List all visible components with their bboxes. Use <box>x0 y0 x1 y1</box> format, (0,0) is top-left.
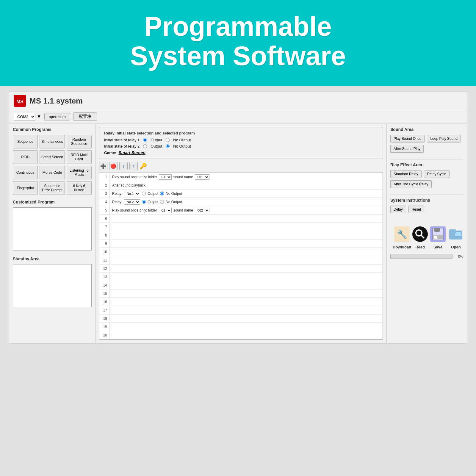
relay-num-select[interactable]: No.1 <box>124 191 140 196</box>
config-block-button[interactable]: 配置块 <box>73 112 97 121</box>
row-content <box>110 242 383 245</box>
app-title-bar: MS 1.1 system <box>29 96 83 106</box>
play-sound-once-button[interactable]: Play Sound Once <box>390 135 425 143</box>
relay-effect-section: Rlay Effect Area Standard Relay Relay Cy… <box>390 162 463 189</box>
relay-cycle-button[interactable]: Relay Cycle <box>424 170 450 178</box>
relay-output-radio[interactable] <box>142 200 146 204</box>
btn-morse-code[interactable]: Morse Code <box>40 166 65 179</box>
btn-simultaneous[interactable]: Simultaneous <box>40 135 65 148</box>
btn-listening-to-music[interactable]: Listening To Music <box>67 166 92 179</box>
read-label: Read <box>415 245 425 249</box>
app-logo: MS <box>14 95 26 107</box>
table-row: 2After sound playback <box>99 181 383 190</box>
relay1-no-output-radio[interactable] <box>166 138 170 142</box>
standby-area-textarea[interactable] <box>13 264 92 307</box>
delay-button[interactable]: Delay <box>390 206 406 213</box>
bottom-action-buttons: 🔧 Download Read <box>390 220 463 252</box>
btn-rfid[interactable]: RFID <box>13 150 38 164</box>
app-window: MS MS 1.1 system COM3 COM1 COM2 COM4 ▼ o… <box>9 92 467 344</box>
relay-num-select[interactable]: No.2 <box>124 199 140 205</box>
relay2-output-radio[interactable] <box>143 144 147 148</box>
svg-rect-4 <box>412 226 428 242</box>
relay-effect-title: Rlay Effect Area <box>390 162 463 167</box>
btn-6key-6button[interactable]: 6 Key 6 Button <box>67 181 92 195</box>
btn-continuous[interactable]: Continuous <box>13 166 38 179</box>
row-number: 15 <box>99 289 110 298</box>
relay-no-output-radio[interactable] <box>160 192 164 195</box>
read-button[interactable]: Read <box>411 225 429 249</box>
relay-output-radio[interactable] <box>142 192 146 195</box>
row-number: 11 <box>99 256 110 264</box>
relay2-label: Initial state of relay 2 <box>104 144 140 148</box>
row-number: 6 <box>99 214 110 223</box>
open-com-button[interactable]: open com <box>44 113 70 120</box>
add-row-button[interactable]: ➕ <box>99 162 107 170</box>
save-label: Save <box>433 245 442 249</box>
row-number: 10 <box>99 248 110 256</box>
loop-play-sound-button[interactable]: Loop Play Sound <box>427 135 461 143</box>
row-content <box>110 226 383 228</box>
row-content <box>110 276 383 278</box>
move-down-button[interactable]: ↓ <box>119 162 128 170</box>
row-content <box>110 267 383 270</box>
table-row: 6 <box>99 214 383 223</box>
sound-name-label: sound name <box>173 175 193 179</box>
after-sound-play-button[interactable]: After Sound Play <box>390 145 424 153</box>
btn-sequence-error-prompt[interactable]: Sequence Error Prompt <box>40 181 65 195</box>
relay2-no-output-radio[interactable] <box>166 144 170 148</box>
com-port-dropdown[interactable]: COM3 COM1 COM2 COM4 <box>14 113 35 120</box>
relay2-no-output-label: No Output <box>173 144 191 148</box>
action-row: ➕ 🔴 ↓ ↑ 🔑 <box>99 162 383 170</box>
download-button[interactable]: 🔧 Download <box>393 225 411 249</box>
sound-row-label: Play sound once only: folder <box>112 175 157 179</box>
program-table: 1 Play sound once only: folder 01 sound … <box>99 173 383 340</box>
sound-select[interactable]: 002 <box>195 208 209 213</box>
table-row: 20 <box>99 331 383 339</box>
customized-program-title: Customized Program <box>13 200 92 204</box>
relay-output-label: Output <box>148 200 158 204</box>
move-up-button[interactable]: ↑ <box>129 162 138 170</box>
open-button[interactable]: Open <box>447 225 465 249</box>
row-number: 2 <box>99 181 110 189</box>
folder-select[interactable]: 01 <box>159 208 172 213</box>
row-content <box>110 334 383 336</box>
row-number: 19 <box>99 323 110 331</box>
table-row: 11 <box>99 256 383 264</box>
btn-rfid-multi-card[interactable]: RFID Multi Card <box>67 150 92 164</box>
btn-smart-screen[interactable]: Smart Screen <box>40 150 65 164</box>
sound-area-section: Sound Area Play Sound Once Loop Play Sou… <box>390 127 463 154</box>
customized-program-textarea[interactable] <box>13 207 92 250</box>
table-row: 8 <box>99 231 383 239</box>
row-number: 9 <box>99 239 110 248</box>
relay-label: Relay: <box>112 200 122 204</box>
svg-rect-13 <box>449 229 456 232</box>
btn-sequence[interactable]: Sequence <box>13 135 38 148</box>
row-number: 16 <box>99 298 110 306</box>
after-cycle-relay-button[interactable]: After The Cycle Relay <box>390 180 432 188</box>
row-content <box>110 292 383 295</box>
relay-no-output-radio[interactable] <box>160 200 164 204</box>
svg-text:🔧: 🔧 <box>397 229 407 239</box>
remove-row-button[interactable]: 🔴 <box>109 162 118 170</box>
reset-button[interactable]: Reset <box>408 206 424 213</box>
com-port-selector[interactable]: COM3 COM1 COM2 COM4 ▼ <box>14 113 41 120</box>
table-row: 16 <box>99 298 383 306</box>
folder-select[interactable]: 01 <box>159 174 172 180</box>
save-button[interactable]: Save <box>429 225 447 249</box>
progress-label: 0% <box>454 254 463 259</box>
system-instructions-buttons: Delay Reset <box>390 206 463 214</box>
table-row: 13 <box>99 273 383 281</box>
relay1-output-radio[interactable] <box>143 138 147 142</box>
row-content <box>110 259 383 262</box>
row-number: 1 <box>99 173 110 181</box>
standard-relay-button[interactable]: Standard Relay <box>390 170 422 178</box>
row-content: Relay: No.1 Output No Output <box>110 190 383 198</box>
divider-1 <box>390 159 463 159</box>
app-header: Programmable System Software <box>0 0 476 86</box>
btn-fingerprint[interactable]: Fingerprint <box>13 181 38 195</box>
sound-select[interactable]: 001 <box>195 174 209 180</box>
table-row: 10 <box>99 248 383 256</box>
row-content <box>110 301 383 303</box>
title-bar: MS MS 1.1 system <box>9 92 467 110</box>
btn-random-sequence[interactable]: Random Sequence <box>67 135 92 148</box>
